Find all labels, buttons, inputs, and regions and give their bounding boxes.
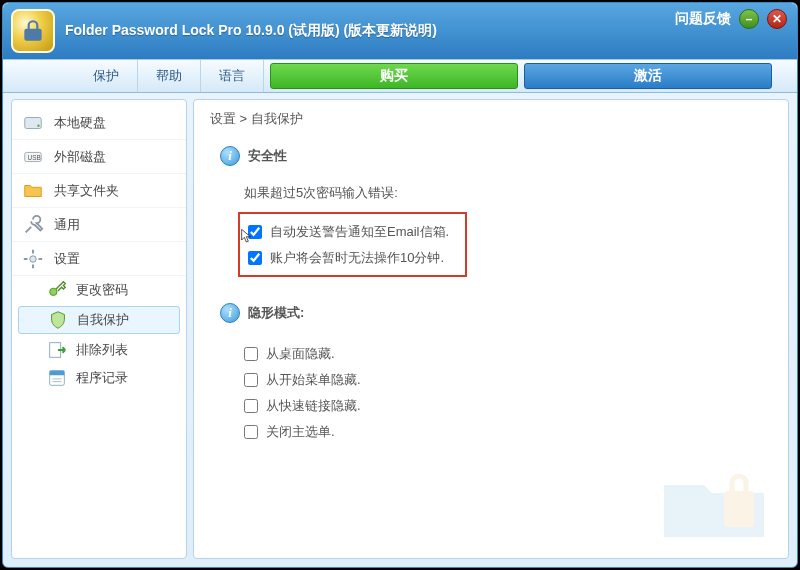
sidebar-sub-label: 排除列表 xyxy=(76,341,128,359)
security-title: 安全性 xyxy=(248,147,287,165)
svg-rect-15 xyxy=(724,491,754,527)
sidebar-item-local-disk[interactable]: 本地硬盘 xyxy=(12,106,186,140)
checkbox-hide-quicklaunch[interactable] xyxy=(244,399,258,413)
sidebar-sub-label: 程序记录 xyxy=(76,369,128,387)
log-icon xyxy=(46,367,68,389)
toolbar: 保护 帮助 语言 购买 激活 xyxy=(3,59,797,93)
svg-point-9 xyxy=(50,288,57,295)
activate-button[interactable]: 激活 xyxy=(524,63,772,89)
sidebar-item-label: 外部磁盘 xyxy=(54,148,106,166)
checkbox-hide-startmenu[interactable] xyxy=(244,373,258,387)
checkbox-close-mainmenu[interactable] xyxy=(244,425,258,439)
sidebar-item-label: 通用 xyxy=(54,216,80,234)
close-button[interactable]: ✕ xyxy=(767,9,787,29)
sidebar-item-settings[interactable]: 设置 xyxy=(12,242,186,276)
usb-icon: USB xyxy=(22,146,44,168)
option-label: 从快速链接隐藏. xyxy=(266,397,361,415)
stealth-title: 隐形模式: xyxy=(248,304,304,322)
toolbar-help[interactable]: 帮助 xyxy=(138,60,201,92)
sidebar-sub-label: 自我保护 xyxy=(77,311,129,329)
shield-icon xyxy=(47,309,69,331)
sidebar-sub-label: 更改密码 xyxy=(76,281,128,299)
sidebar-item-shared-folders[interactable]: 共享文件夹 xyxy=(12,174,186,208)
svg-text:USB: USB xyxy=(28,153,41,160)
security-intro: 如果超过5次密码输入错误: xyxy=(220,184,772,202)
sidebar-sub-exclusion-list[interactable]: 排除列表 xyxy=(12,336,186,364)
option-label: 关闭主选单. xyxy=(266,423,335,441)
option-label: 从桌面隐藏. xyxy=(266,345,335,363)
security-section: i 安全性 如果超过5次密码输入错误: 自动发送警告通知至Email信箱. 账户… xyxy=(220,146,772,277)
sidebar-sub-program-log[interactable]: 程序记录 xyxy=(12,364,186,392)
buy-button[interactable]: 购买 xyxy=(270,63,518,89)
sidebar: 本地硬盘 USB 外部磁盘 共享文件夹 通用 设置 更改密码 xyxy=(11,99,187,559)
toolbar-language[interactable]: 语言 xyxy=(201,60,264,92)
sidebar-item-general[interactable]: 通用 xyxy=(12,208,186,242)
feedback-link[interactable]: 问题反馈 xyxy=(675,10,731,28)
app-icon xyxy=(11,9,55,53)
gear-icon xyxy=(22,248,44,270)
svg-point-4 xyxy=(30,255,36,261)
checkbox-hide-desktop[interactable] xyxy=(244,347,258,361)
info-icon: i xyxy=(220,303,240,323)
tools-icon xyxy=(22,214,44,236)
minimize-button[interactable]: – xyxy=(739,9,759,29)
option-label: 账户将会暂时无法操作10分钟. xyxy=(270,249,444,267)
svg-rect-12 xyxy=(50,371,65,376)
highlighted-checkbox-group: 自动发送警告通知至Email信箱. 账户将会暂时无法操作10分钟. xyxy=(238,212,467,277)
sidebar-sub-self-protection[interactable]: 自我保护 xyxy=(18,306,180,334)
svg-point-1 xyxy=(37,124,39,126)
sidebar-item-label: 设置 xyxy=(54,250,80,268)
folder-share-icon xyxy=(22,180,44,202)
option-label: 从开始菜单隐藏. xyxy=(266,371,361,389)
sidebar-sub-change-password[interactable]: 更改密码 xyxy=(12,276,186,304)
sidebar-item-label: 本地硬盘 xyxy=(54,114,106,132)
sidebar-item-label: 共享文件夹 xyxy=(54,182,119,200)
stealth-section: i 隐形模式: 从桌面隐藏. 从开始菜单隐藏. 从快速链接隐藏. 关 xyxy=(220,303,772,445)
watermark-icon xyxy=(654,445,774,548)
key-icon xyxy=(46,279,68,301)
info-icon: i xyxy=(220,146,240,166)
disk-icon xyxy=(22,112,44,134)
cursor-icon xyxy=(239,228,255,247)
sidebar-item-external-disk[interactable]: USB 外部磁盘 xyxy=(12,140,186,174)
checkbox-account-lock[interactable] xyxy=(248,251,262,265)
toolbar-protect[interactable]: 保护 xyxy=(75,60,138,92)
list-arrow-icon xyxy=(46,339,68,361)
breadcrumb: 设置 > 自我保护 xyxy=(210,110,772,128)
option-label: 自动发送警告通知至Email信箱. xyxy=(270,223,449,241)
window-title: Folder Password Lock Pro 10.9.0 (试用版) (版… xyxy=(65,22,437,40)
content-panel: 设置 > 自我保护 i 安全性 如果超过5次密码输入错误: 自动发送警告通知至E… xyxy=(193,99,789,559)
